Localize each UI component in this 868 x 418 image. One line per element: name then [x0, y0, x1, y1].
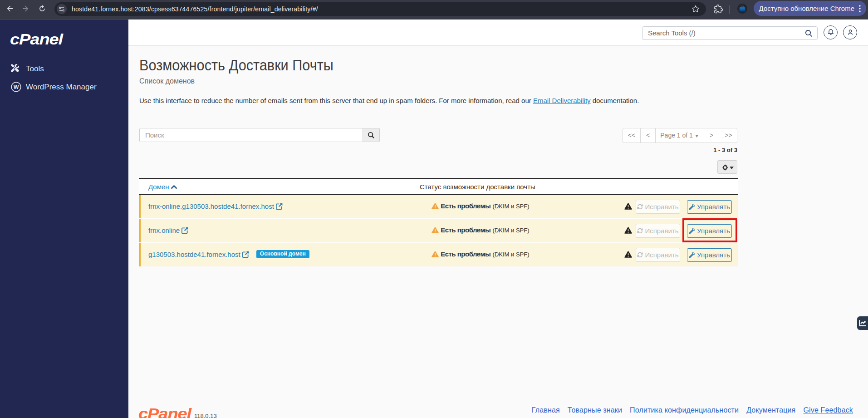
svg-text:W: W — [14, 84, 19, 90]
